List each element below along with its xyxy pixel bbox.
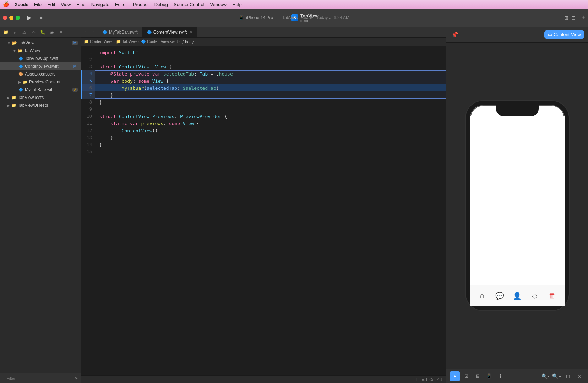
menu-xcode[interactable]: Xcode xyxy=(15,2,28,7)
content-view-button[interactable]: ▭ Content View xyxy=(544,30,584,39)
tab-mytabbar[interactable]: 🔷 MyTabBar.swift xyxy=(98,27,142,37)
add-button[interactable]: + xyxy=(581,14,585,21)
nav-item-tabview-group[interactable]: ▼ 📂 TabView M xyxy=(0,39,81,47)
navigator-footer: + ⊗ xyxy=(0,373,81,383)
code-line-14: } xyxy=(95,141,446,148)
tab-diamond-icon[interactable]: ◇ xyxy=(528,289,541,302)
preview-bottom-toolbar: ● ⊡ ⊞ 📱 ℹ 🔍- 🔍+ ⊡ ⊠ xyxy=(446,369,588,383)
subfolder-icon: 📂 xyxy=(18,49,23,53)
traffic-lights xyxy=(3,16,20,20)
line-num-14: 14 xyxy=(81,141,95,148)
nav-label-assets: Assets.xcassets xyxy=(25,72,55,77)
code-line-3: struct ContentView: View { xyxy=(95,63,446,70)
nav-item-tabviewtests[interactable]: ▶ 📁 TabViewTests xyxy=(0,94,81,101)
menu-find[interactable]: Find xyxy=(76,2,85,7)
nav-item-preview-content[interactable]: ▶ 📁 Preview Content xyxy=(0,78,81,86)
zoom-in-button[interactable]: 🔍+ xyxy=(552,371,562,381)
code-content[interactable]: import SwiftUI struct ContentView: View … xyxy=(95,46,446,375)
status-area: 📱 iPhone 14 Pro TabView: Ready | Today a… xyxy=(239,15,349,20)
preview-live-btn[interactable]: ● xyxy=(450,371,460,381)
tab-user-icon[interactable]: 👤 xyxy=(511,289,523,302)
nav-badge-contentview: M xyxy=(72,65,78,68)
nav-tab-source[interactable]: ⑃ xyxy=(11,28,19,37)
nav-item-assets[interactable]: 🎨 Assets.xcassets xyxy=(0,70,81,78)
tab-close-button[interactable]: ✕ xyxy=(190,30,192,34)
nav-group-tabview: TabView xyxy=(18,40,34,45)
nav-tab-test[interactable]: ◇ xyxy=(29,28,38,37)
uitests-folder-icon: 📁 xyxy=(11,103,16,108)
navigator-toggle[interactable]: ⊞ xyxy=(564,15,568,21)
navigator-panel: 📁 ⑃ ⚠ ◇ 🐛 ◉ ≡ ▼ 📂 TabView M ▼ 📂 TabView xyxy=(0,27,81,383)
menu-file[interactable]: File xyxy=(34,2,42,7)
breadcrumb-item-4[interactable]: ƒ body xyxy=(182,40,194,44)
line-num-5: 5 xyxy=(81,77,95,84)
nav-tab-log[interactable]: ≡ xyxy=(57,28,65,37)
tab-contentview[interactable]: 🔷 ContentView.swift ✕ xyxy=(142,27,197,37)
nav-tab-debug[interactable]: 🐛 xyxy=(38,28,47,37)
tab-trash-icon[interactable]: 🗑 xyxy=(546,289,559,302)
tab-forward-button[interactable]: › xyxy=(89,27,98,37)
menu-debug[interactable]: Debug xyxy=(154,2,168,7)
menu-navigate[interactable]: Navigate xyxy=(91,2,109,7)
nav-badge-m: M xyxy=(72,41,78,45)
navigator-tabs: 📁 ⑃ ⚠ ◇ 🐛 ◉ ≡ xyxy=(0,27,81,38)
menu-editor[interactable]: Editor xyxy=(115,2,127,7)
line-num-13: 13 xyxy=(81,134,95,141)
apple-menu[interactable]: 🍎 xyxy=(3,1,9,7)
phone-tab-bar: ⌂ 💬 👤 ◇ 🗑 xyxy=(470,285,565,306)
run-button[interactable]: ▶ xyxy=(24,13,34,23)
code-line-9 xyxy=(95,106,446,113)
filter-input[interactable] xyxy=(7,376,73,381)
preview-info-btn[interactable]: ℹ xyxy=(495,371,505,381)
preview-device-btn[interactable]: 📱 xyxy=(484,371,494,381)
nav-item-contentview[interactable]: 🔷 ContentView.swift M xyxy=(0,62,81,70)
breadcrumb-item-2[interactable]: 📁 TabView xyxy=(116,39,137,44)
tab-home-icon[interactable]: ⌂ xyxy=(476,289,489,302)
nav-tab-folder[interactable]: 📁 xyxy=(1,28,10,37)
breadcrumb-item-1[interactable]: 📁 ContentView xyxy=(84,39,112,44)
navigator-content: ▼ 📂 TabView M ▼ 📂 TabView 🔷 TabViewApp.s… xyxy=(0,38,81,373)
pin-icon[interactable]: 📌 xyxy=(450,30,460,40)
preview-static-btn[interactable]: ⊡ xyxy=(461,371,471,381)
code-editor[interactable]: 1 2 3 4 5 6 7 8 9 10 11 12 13 14 15 impo… xyxy=(81,46,446,375)
nav-item-tabviewapp[interactable]: 🔷 TabViewApp.swift xyxy=(0,55,81,62)
zoom-fill-button[interactable]: ⊠ xyxy=(575,371,584,381)
preview-content: ⌂ 💬 👤 ◇ 🗑 xyxy=(446,43,588,369)
breadcrumb-item-3[interactable]: 🔷 ContentView.swift xyxy=(141,39,178,44)
nav-tab-warning[interactable]: ⚠ xyxy=(20,28,28,37)
tab-back-button[interactable]: ‹ xyxy=(81,27,89,37)
menu-source-control[interactable]: Source Control xyxy=(174,2,205,7)
zoom-out-button[interactable]: 🔍- xyxy=(540,371,550,381)
menu-product[interactable]: Product xyxy=(133,2,149,7)
selection-region: @State private var selectedTab: Tab = .h… xyxy=(95,70,446,99)
menu-window[interactable]: Window xyxy=(210,2,227,7)
menu-view[interactable]: View xyxy=(61,2,71,7)
add-item-button[interactable]: + xyxy=(3,376,5,381)
close-window-button[interactable] xyxy=(3,16,7,20)
menu-edit[interactable]: Edit xyxy=(47,2,55,7)
tab-label-mytabbar: MyTabBar.swift xyxy=(109,30,138,35)
code-line-2 xyxy=(95,56,446,63)
tab-chat-icon[interactable]: 💬 xyxy=(493,289,506,302)
preview-grid-btn[interactable]: ⊞ xyxy=(473,371,483,381)
nav-badge-mytabbar: A xyxy=(72,88,78,92)
minimize-window-button[interactable] xyxy=(9,16,13,20)
nav-item-tabview-inner[interactable]: ▼ 📂 TabView xyxy=(0,47,81,55)
menu-bar: 🍎 Xcode File Edit View Find Navigate Edi… xyxy=(0,0,588,9)
code-line-13: } xyxy=(95,134,446,141)
line-num-12: 12 xyxy=(81,127,95,134)
filter-icon: ⊗ xyxy=(75,376,78,381)
maximize-window-button[interactable] xyxy=(16,16,20,20)
preview-view-label: Content View xyxy=(554,32,581,37)
inspector-toggle[interactable]: ⊡ xyxy=(571,15,576,21)
nav-item-mytabbar[interactable]: 🔷 MyTabBar.swift A xyxy=(0,86,81,94)
nav-item-tabviewuitests[interactable]: ▶ 📁 TabViewUITests xyxy=(0,101,81,109)
stop-button[interactable]: ■ xyxy=(37,13,45,22)
line-num-3: 3 xyxy=(81,63,95,70)
zoom-fit-button[interactable]: ⊡ xyxy=(563,371,573,381)
nav-tab-breakpoint[interactable]: ◉ xyxy=(48,28,56,37)
code-line-10: struct ContentView_Previews: PreviewProv… xyxy=(95,113,446,120)
current-line-gutter xyxy=(81,91,82,99)
menu-help[interactable]: Help xyxy=(232,2,242,7)
nav-label-mytabbar: MyTabBar.swift xyxy=(25,87,54,92)
